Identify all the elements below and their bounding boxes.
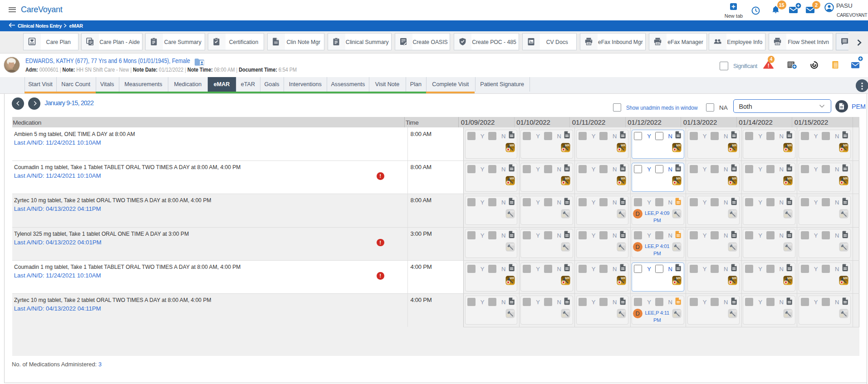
svg-text:MR: MR [787, 310, 792, 313]
svg-text:MR: MR [732, 243, 737, 247]
svg-text:MR: MR [732, 277, 737, 280]
svg-text:MR: MR [787, 210, 792, 213]
svg-text:MR: MR [676, 277, 681, 280]
svg-text:MR: MR [787, 177, 792, 180]
svg-text:MR: MR [510, 144, 515, 147]
svg-text:MR: MR [621, 277, 626, 280]
svg-text:MR: MR [787, 144, 792, 147]
svg-text:MR: MR [621, 310, 626, 313]
svg-text:MR: MR [510, 177, 515, 180]
svg-text:MR: MR [565, 210, 570, 213]
svg-text:MR: MR [510, 243, 515, 247]
svg-text:MR: MR [843, 177, 848, 180]
svg-text:MR: MR [843, 144, 848, 147]
svg-text:MR: MR [621, 210, 626, 213]
svg-text:MR: MR [843, 310, 848, 313]
svg-text:MR: MR [676, 310, 681, 313]
svg-text:MR: MR [565, 144, 570, 147]
svg-text:MR: MR [843, 277, 848, 280]
svg-text:MR: MR [621, 144, 626, 147]
svg-text:MR: MR [621, 243, 626, 247]
svg-text:MR: MR [732, 144, 737, 147]
svg-text:MR: MR [732, 177, 737, 180]
svg-text:MR: MR [787, 277, 792, 280]
svg-text:MR: MR [510, 277, 515, 280]
svg-text:MR: MR [565, 177, 570, 180]
svg-text:MR: MR [510, 310, 515, 313]
svg-text:MR: MR [510, 210, 515, 213]
svg-text:MR: MR [621, 177, 626, 180]
svg-text:MR: MR [676, 144, 681, 147]
svg-text:MR: MR [732, 210, 737, 213]
svg-text:MR: MR [676, 177, 681, 180]
svg-text:MR: MR [843, 243, 848, 247]
svg-text:MR: MR [732, 310, 737, 313]
svg-text:MR: MR [565, 243, 570, 247]
svg-text:MR: MR [676, 210, 681, 213]
svg-text:MR: MR [565, 310, 570, 313]
svg-text:MR: MR [787, 243, 792, 247]
svg-text:MR: MR [565, 277, 570, 280]
svg-text:MR: MR [676, 243, 681, 247]
svg-text:MR: MR [843, 210, 848, 213]
